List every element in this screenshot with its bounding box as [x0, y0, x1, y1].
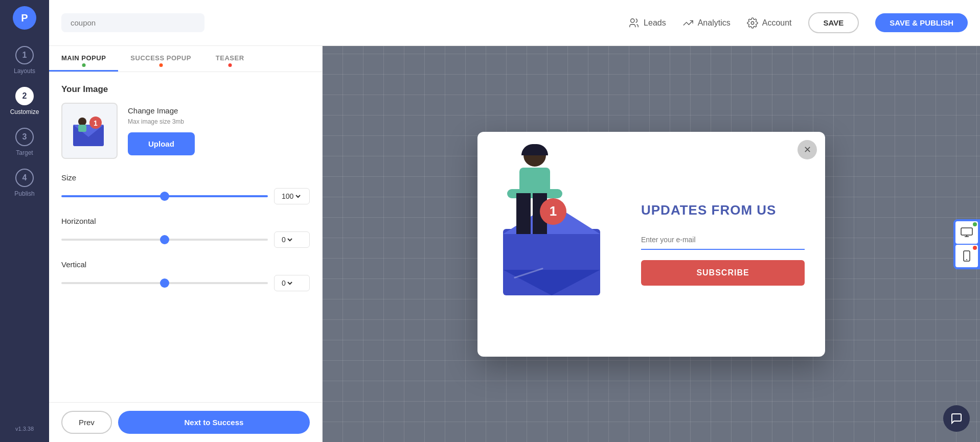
step-circle-4: 4 — [15, 169, 34, 187]
change-image-col: Change Image Max image size 3mb Upload — [128, 106, 195, 155]
size-value-box: 100 — [274, 188, 310, 204]
desktop-view-button[interactable] — [955, 221, 978, 244]
sidebar-item-publish[interactable]: 4 Publish — [0, 162, 49, 203]
horizontal-value-select[interactable]: 0 — [280, 235, 294, 244]
svg-text:1: 1 — [94, 119, 98, 127]
step-circle-3: 3 — [15, 128, 34, 146]
person-hair — [521, 144, 548, 155]
sidebar-label-layouts: Layouts — [14, 67, 35, 75]
desktop-icon — [961, 227, 973, 238]
analytics-label: Analytics — [698, 18, 731, 28]
notification-badge: 1 — [540, 198, 566, 225]
svg-point-0 — [631, 18, 634, 22]
prev-button[interactable]: Prev — [61, 411, 112, 434]
app-logo[interactable]: P — [13, 6, 36, 30]
change-image-label: Change Image — [128, 106, 195, 115]
vertical-section: Vertical 0 — [61, 260, 310, 291]
popup-right: UPDATES FROM US SUBSCRIBE — [631, 132, 825, 357]
max-size-hint: Max image size 3mb — [128, 118, 195, 125]
nav-item-analytics[interactable]: Analytics — [682, 17, 731, 29]
svg-point-1 — [751, 21, 754, 25]
mobile-dot — [973, 246, 977, 250]
step-circle-2: 2 — [15, 87, 34, 105]
size-slider[interactable] — [61, 195, 268, 197]
popup-subscribe-button[interactable]: SUBSCRIBE — [641, 260, 805, 286]
vertical-slider[interactable] — [61, 282, 268, 284]
your-image-title: Your Image — [61, 84, 310, 95]
mobile-view-button[interactable] — [955, 245, 978, 267]
horizontal-slider-row: 0 — [61, 231, 310, 248]
sidebar-label-target: Target — [16, 149, 33, 156]
leads-label: Leads — [644, 18, 666, 28]
popup-title: UPDATES FROM US — [641, 202, 805, 218]
tab-success-popup[interactable]: SUCCESS POPUP — [118, 46, 203, 72]
image-preview[interactable]: 1 — [61, 103, 118, 159]
size-slider-row: 100 — [61, 188, 310, 204]
topbar-nav: Leads Analytics Account SAVE SAVE & PUBL… — [628, 12, 968, 33]
topbar: Leads Analytics Account SAVE SAVE & PUBL… — [49, 0, 980, 46]
svg-point-12 — [966, 259, 967, 260]
tab-main-popup[interactable]: MAIN POPUP — [49, 46, 118, 72]
vertical-value-select[interactable]: 0 — [280, 278, 294, 288]
popup-email-input[interactable] — [641, 230, 805, 250]
device-switcher — [953, 219, 980, 269]
step-circle-1: 1 — [15, 46, 34, 64]
size-label: Size — [61, 173, 310, 182]
vertical-value-box: 0 — [274, 275, 310, 291]
horizontal-value-box: 0 — [274, 231, 310, 248]
person-head — [523, 144, 546, 167]
size-section: Size 100 — [61, 173, 310, 204]
account-label: Account — [762, 18, 792, 28]
vertical-label: Vertical — [61, 260, 310, 269]
upload-button[interactable]: Upload — [128, 132, 195, 155]
tab-dot-teaser — [228, 63, 232, 67]
account-icon — [747, 17, 758, 29]
tab-dot-main — [82, 63, 85, 67]
desktop-dot — [973, 222, 977, 226]
envelope-fold — [503, 270, 600, 295]
person-leg-left — [516, 193, 531, 234]
horizontal-slider[interactable] — [61, 239, 268, 241]
popup-preview: ✕ — [477, 132, 825, 357]
nav-item-leads[interactable]: Leads — [628, 17, 666, 29]
sidebar-item-customize[interactable]: 2 Customize — [0, 81, 49, 122]
leads-icon — [628, 17, 640, 29]
sidebar-label-customize: Customize — [10, 108, 39, 115]
popup-close-button[interactable]: ✕ — [797, 140, 817, 159]
image-section: 1 Change Image Max image size 3mb Upload — [61, 103, 310, 159]
tab-bar: MAIN POPUP SUCCESS POPUP TEASER — [49, 46, 322, 72]
sidebar-label-publish: Publish — [14, 190, 34, 197]
next-button[interactable]: Next to Success — [118, 411, 310, 434]
chat-icon — [950, 412, 963, 425]
chat-button[interactable] — [943, 405, 970, 432]
canvas-area: ✕ — [323, 46, 980, 442]
image-thumbnail: 1 — [69, 110, 110, 151]
save-button[interactable]: SAVE — [808, 12, 859, 33]
svg-point-6 — [78, 118, 86, 126]
popup-left: 1 — [477, 132, 631, 357]
svg-rect-7 — [78, 125, 86, 132]
nav-item-account[interactable]: Account — [747, 17, 792, 29]
horizontal-label: Horizontal — [61, 217, 310, 225]
envelope-illustration: 1 — [493, 173, 616, 316]
left-panel: MAIN POPUP SUCCESS POPUP TEASER Your Ima… — [49, 46, 323, 442]
panel-footer: Prev Next to Success — [49, 402, 322, 442]
sidebar-item-target[interactable]: 3 Target — [0, 122, 49, 162]
mobile-icon — [963, 250, 970, 262]
horizontal-section: Horizontal 0 — [61, 217, 310, 248]
sidebar: P 1 Layouts 2 Customize 3 Target 4 Publi… — [0, 0, 49, 442]
sidebar-item-layouts[interactable]: 1 Layouts — [0, 40, 49, 81]
panel-content: Your Image 1 Change Image Max image size… — [49, 72, 322, 402]
size-value-select[interactable]: 100 — [280, 192, 302, 201]
tab-teaser[interactable]: TEASER — [203, 46, 257, 72]
vertical-slider-row: 0 — [61, 275, 310, 291]
app-version: v1.3.38 — [15, 426, 34, 436]
save-publish-button[interactable]: SAVE & PUBLISH — [875, 13, 968, 32]
tab-dot-success — [159, 63, 163, 67]
analytics-icon — [682, 17, 694, 29]
search-input[interactable] — [61, 13, 204, 32]
svg-rect-8 — [961, 228, 972, 235]
